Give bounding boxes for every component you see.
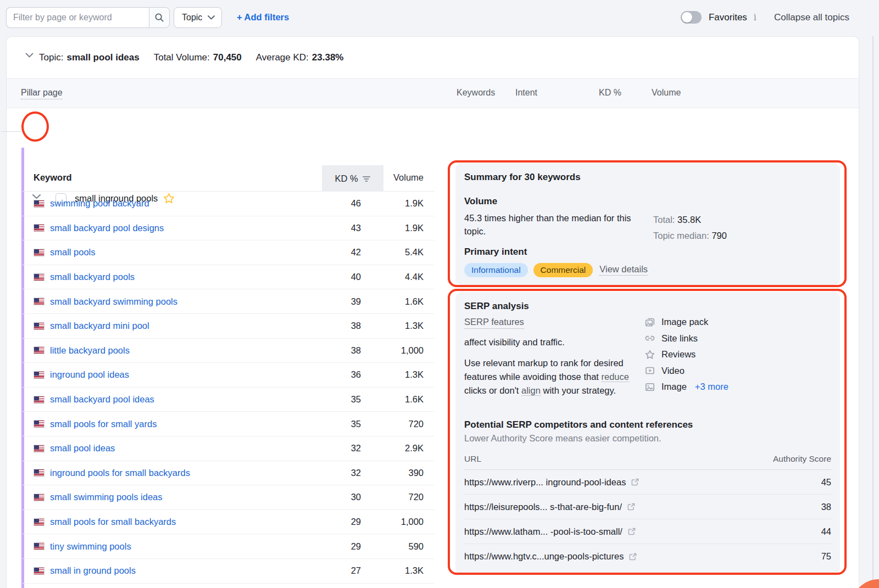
topic-median-label: Topic median:: [653, 231, 709, 240]
keyword-link[interactable]: small pool ideas: [48, 443, 328, 453]
serp-term-align[interactable]: align: [521, 385, 541, 396]
competitor-url-link[interactable]: https://leisurepools... s-that-are-big-f…: [464, 502, 636, 512]
topic-collapse-chevron-icon[interactable]: [25, 53, 34, 58]
table-row: little backyard pools 38 1,000: [23, 339, 435, 363]
table-row: small backyard pool designs 43 1.9K: [23, 216, 435, 241]
competitor-authority-score: 44: [821, 527, 831, 537]
serp-feature-item: Site links: [644, 331, 728, 347]
competitor-url-link[interactable]: https://www.latham... -pool-is-too-small…: [464, 527, 636, 537]
keyword-kd-value: 39: [328, 296, 361, 307]
keyword-volume-value: 1.3K: [380, 321, 424, 331]
keyword-link[interactable]: small backyard pools: [48, 272, 328, 282]
serp-term-reduce[interactable]: reduce: [602, 372, 629, 382]
keyword-link[interactable]: swimming pool backyard: [48, 198, 328, 209]
keyword-kd-value: 38: [328, 345, 361, 356]
serp-feature-label: Site links: [661, 333, 698, 344]
view-details-link[interactable]: View details: [599, 264, 648, 276]
info-icon[interactable]: i: [754, 12, 756, 23]
us-flag-icon: [34, 200, 44, 208]
keyword-volume-value: 1,000: [380, 517, 424, 527]
video-icon: [644, 365, 655, 376]
external-link-icon: [631, 478, 639, 486]
keyword-table: Keyword KD % Volume swimming pool backya…: [23, 165, 435, 584]
table-row: small swimming pools ideas 30 720: [23, 485, 435, 510]
keyword-kd-value: 43: [328, 223, 361, 233]
intent-badges: InformationalCommercial: [464, 263, 593, 277]
pillar-row: small inground pools 30 34 35.8K Create …: [7, 108, 859, 148]
keyword-kd-value: 36: [328, 369, 361, 380]
keyword-link[interactable]: small backyard pool ideas: [48, 394, 328, 405]
keyword-link[interactable]: small swimming pools ideas: [48, 492, 328, 502]
competitor-authority-score: 45: [821, 477, 831, 488]
primary-intent-title: Primary intent: [464, 247, 831, 257]
total-volume-label: Total Volume:: [154, 52, 210, 63]
keyword-table-body: swimming pool backyard 46 1.9K small bac…: [23, 192, 435, 584]
competitor-url-link[interactable]: https://www.riverp... inground-pool-idea…: [464, 477, 639, 488]
intent-badge-informational[interactable]: Informational: [464, 263, 528, 277]
competitor-url-link[interactable]: https://www.hgtv.c...unge-pools-pictures: [464, 551, 637, 562]
right-gutter-line: [872, 36, 874, 588]
intent-column-header: Intent: [515, 88, 537, 98]
keyword-link[interactable]: little backyard pools: [48, 345, 328, 356]
serp-feature-label: Image: [661, 382, 687, 392]
table-row: swimming pool backyard 46 1.9K: [23, 192, 435, 216]
keyword-link[interactable]: small pools: [48, 247, 328, 257]
kd-sort-header[interactable]: KD %: [322, 165, 383, 192]
keyword-link[interactable]: small in ground pools: [48, 565, 328, 576]
us-flag-icon: [34, 273, 44, 281]
keyword-volume-value: 1,000: [380, 345, 424, 356]
keyword-link[interactable]: inground pools for small backyards: [48, 468, 328, 478]
keyword-link[interactable]: small pools for small backyards: [48, 517, 328, 527]
serp-competitors-section: Potential SERP competitors and content r…: [464, 419, 831, 569]
us-flag-icon: [34, 518, 44, 526]
keyword-kd-value: 35: [328, 419, 361, 429]
keyword-link[interactable]: inground pool ideas: [48, 369, 328, 380]
keyword-link[interactable]: small backyard mini pool: [48, 321, 328, 331]
keyword-link[interactable]: tiny swimming pools: [48, 541, 328, 552]
keyword-kd-value: 42: [328, 247, 361, 257]
keyword-volume-value: 5.4K: [380, 247, 424, 257]
us-flag-icon: [34, 371, 44, 379]
more-features-link[interactable]: +3 more: [695, 382, 728, 392]
keywords-column-header: Keywords: [457, 88, 495, 98]
keyword-volume-value: 1.6K: [380, 296, 424, 307]
collapse-all-topics-button[interactable]: Collapse all topics: [774, 12, 849, 23]
pillar-page-column-header[interactable]: Pillar page: [21, 88, 63, 99]
keyword-header-label: Keyword: [34, 172, 72, 183]
keyword-kd-value: 46: [328, 198, 361, 209]
keyword-link[interactable]: small backyard swimming pools: [48, 296, 328, 307]
keyword-volume-value: 720: [380, 492, 424, 502]
keyword-link[interactable]: small backyard pool designs: [48, 223, 328, 233]
search-button[interactable]: [149, 7, 170, 28]
favorites-toggle[interactable]: [681, 11, 702, 24]
serp-analysis-panel: SERP analysis SERP features affect visib…: [455, 292, 840, 574]
keyword-volume-value: 390: [380, 468, 424, 478]
serp-feature-label: Video: [661, 366, 685, 376]
serp-body-p3: with your strategy.: [541, 385, 616, 395]
serp-features-link[interactable]: SERP features: [464, 317, 524, 329]
kd-column-header: KD %: [599, 88, 621, 98]
us-flag-icon: [34, 224, 44, 232]
keyword-kd-value: 40: [328, 272, 361, 282]
us-flag-icon: [34, 420, 44, 428]
topic-median-value: 790: [711, 231, 727, 240]
us-flag-icon: [34, 469, 44, 477]
keyword-kd-value: 27: [328, 565, 361, 576]
external-link-icon: [627, 502, 636, 511]
us-flag-icon: [34, 346, 44, 354]
add-filters-link[interactable]: + Add filters: [237, 12, 289, 23]
image-icon: [644, 382, 655, 393]
filter-input[interactable]: [6, 7, 149, 28]
keyword-link[interactable]: small pools for small yards: [48, 419, 328, 429]
url-column-header: URL: [464, 454, 481, 464]
keyword-kd-value: 35: [328, 394, 361, 405]
topbar-right: Favorites i Collapse all topics: [681, 11, 849, 24]
topic-header-row: Topic: small pool ideas Total Volume: 70…: [7, 37, 859, 78]
serp-feature-item: Reviews: [644, 346, 728, 363]
keyword-kd-value: 38: [328, 321, 361, 331]
topic-filter-dropdown[interactable]: Topic: [174, 7, 222, 28]
serp-feature-item: Video: [644, 363, 728, 379]
intent-badge-commercial[interactable]: Commercial: [533, 263, 593, 277]
reviews-icon: [644, 349, 655, 360]
competitor-row: https://www.latham... -pool-is-too-small…: [464, 519, 831, 544]
